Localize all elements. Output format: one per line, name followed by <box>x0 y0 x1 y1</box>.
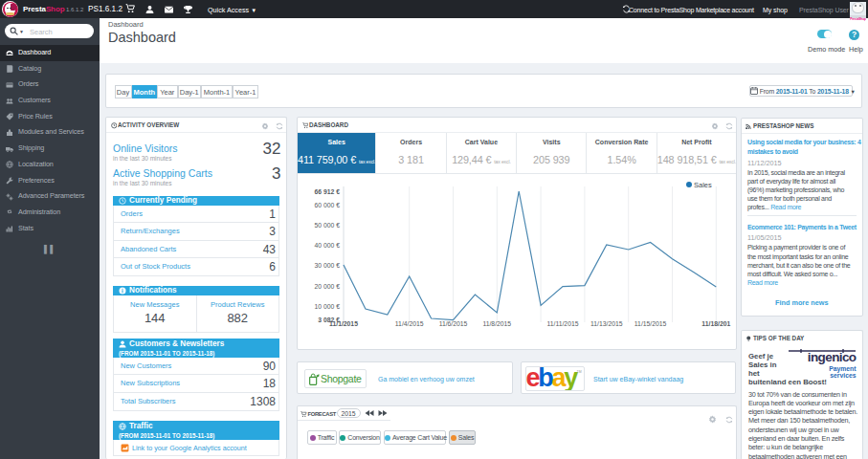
svg-text:11/13/2015: 11/13/2015 <box>590 320 623 327</box>
svg-text:11/1/2015: 11/1/2015 <box>329 320 358 327</box>
svg-text:10 000 €: 10 000 € <box>315 303 341 310</box>
svg-text:11/15/2015: 11/15/2015 <box>634 320 667 327</box>
svg-text:11/11/2015: 11/11/2015 <box>546 320 578 327</box>
svg-text:11/8/2015: 11/8/2015 <box>482 320 511 327</box>
svg-text:11/6/2015: 11/6/2015 <box>439 320 468 327</box>
svg-text:60 000 €: 60 000 € <box>315 202 341 208</box>
svg-text:11/18/201: 11/18/201 <box>701 320 730 327</box>
svg-text:40 000 €: 40 000 € <box>315 242 341 249</box>
svg-text:Sales: Sales <box>694 181 712 189</box>
svg-text:66 912 €: 66 912 € <box>315 188 341 195</box>
svg-text:20 000 €: 20 000 € <box>315 283 341 290</box>
svg-text:50 000 €: 50 000 € <box>315 222 341 229</box>
svg-text:30 000 €: 30 000 € <box>315 262 341 269</box>
svg-text:11/4/2015: 11/4/2015 <box>395 320 424 327</box>
